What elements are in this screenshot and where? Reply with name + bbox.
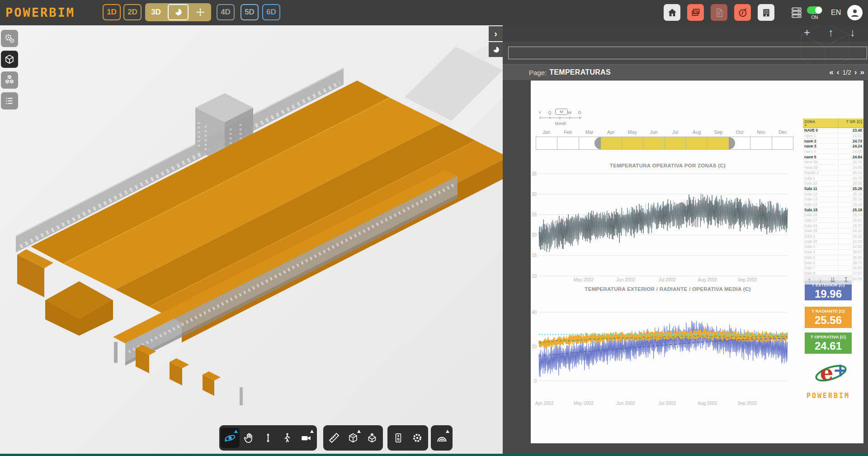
table-row[interactable]: Sala 726.58 [803, 266, 863, 271]
building-button[interactable] [758, 4, 774, 21]
month-label: Aug [686, 129, 708, 135]
table-row[interactable]: Sala 1025.05 [803, 181, 863, 186]
mode-button-5d[interactable]: 5D [241, 4, 259, 20]
section-tool[interactable] [344, 428, 363, 448]
table-row[interactable]: Sala 1625.14 [803, 213, 863, 218]
report-button[interactable] [711, 4, 727, 21]
measure-tool-group [323, 425, 383, 451]
table-row[interactable]: nave 224.73 [803, 138, 863, 144]
table-row[interactable]: nave 124.61 [803, 133, 863, 139]
table-row[interactable]: nave 6a24.74 [803, 160, 863, 165]
materials-button[interactable] [1, 71, 18, 89]
viewport-3d[interactable] [0, 25, 503, 454]
zones-table-header[interactable]: ZONA ▲ T OP. (C) [803, 119, 863, 128]
month-cell-jun[interactable] [643, 137, 665, 150]
language-selector[interactable]: EN [831, 9, 841, 17]
appearance-profiles-tool[interactable] [432, 428, 451, 448]
expand-all-icon[interactable]: ⇊ [830, 276, 835, 283]
document-icon [714, 7, 725, 18]
exterior-temperature-chart[interactable]: 40200Apr 2002May 2002Jun 2002Jul 2002Aug… [531, 281, 805, 415]
walk-tool[interactable] [278, 428, 297, 448]
month-cell-sep[interactable] [707, 137, 729, 150]
home-button[interactable] [664, 4, 680, 21]
granularity-W[interactable]: W [565, 110, 574, 115]
building-3d-model[interactable] [0, 25, 503, 454]
month-cell-apr[interactable] [600, 137, 622, 150]
pan-tool[interactable] [240, 428, 259, 448]
table-row[interactable]: Sala 1825.37 [803, 223, 863, 228]
screenshots-button[interactable] [687, 4, 704, 21]
table-row[interactable]: Sala 1725.51 [803, 218, 863, 223]
dashboard-pie-mode-button[interactable] [168, 4, 189, 20]
drill-up-icon[interactable]: ↑ [807, 276, 811, 283]
table-row[interactable]: nave 324.24 [803, 144, 863, 149]
panel-pie-button[interactable] [489, 42, 503, 57]
properties-tool[interactable] [389, 428, 408, 448]
time-status-button[interactable] [734, 4, 751, 21]
viewer-settings-button[interactable] [1, 30, 18, 47]
granularity-Q[interactable]: Q [545, 110, 554, 115]
panel-collapse-button[interactable]: › [489, 26, 503, 41]
go-to-next-level-icon[interactable]: ↧ [843, 276, 849, 283]
table-row[interactable]: Pasillo 125.04 [803, 171, 863, 176]
mode-button-3d[interactable]: 3D [145, 3, 167, 21]
table-row[interactable]: Sala 426.57 [803, 250, 863, 255]
month-cell-jul[interactable] [665, 137, 686, 150]
month-cell-aug[interactable] [686, 137, 708, 150]
zones-temperature-chart[interactable]: 353025201510May 2002Jun 2002Jul 2002Aug … [531, 159, 805, 290]
month-cell-nov[interactable] [750, 137, 772, 150]
settings-tool[interactable] [408, 428, 427, 448]
last-page-button[interactable]: » [860, 68, 864, 77]
month-label: Mar [579, 129, 600, 135]
table-row[interactable]: Sala 1325.18 [803, 197, 863, 202]
table-row[interactable]: Sala 626.73 [803, 260, 863, 266]
month-cell-dec[interactable] [772, 137, 793, 150]
explode-tool[interactable] [363, 428, 382, 448]
prev-page-button[interactable]: ‹ [837, 68, 840, 77]
table-row[interactable]: Sala 1924.22 [803, 228, 863, 234]
power-toggle[interactable] [807, 6, 822, 14]
table-row[interactable]: Sala 1225.18 [803, 191, 863, 197]
list-icon [4, 95, 15, 106]
zoom-tool[interactable] [259, 428, 278, 448]
drill-down-icon[interactable]: ↓ [819, 276, 822, 283]
table-row[interactable]: Sala 2024.33 [803, 239, 863, 244]
cube-icon [4, 54, 15, 65]
table-row[interactable]: nave 424.65 [803, 149, 863, 155]
model-view-button[interactable] [1, 51, 18, 68]
mode-button-4d[interactable]: 4D [217, 4, 235, 20]
mode-button-2d[interactable]: 2D [123, 4, 142, 20]
table-row[interactable]: Sala 1425.19 [803, 202, 863, 208]
camera-tool[interactable] [297, 428, 316, 448]
table-row[interactable]: Sala 124.75 [803, 176, 863, 181]
month-cell-may[interactable] [622, 137, 643, 150]
month-label: Apr [600, 129, 622, 135]
mode-button-6d[interactable]: 6D [262, 4, 280, 20]
avatar[interactable] [847, 5, 863, 20]
add-page-button[interactable]: + [804, 26, 810, 39]
move-mode-button[interactable] [189, 3, 211, 21]
move-up-button[interactable]: ↑ [828, 26, 834, 39]
table-row[interactable]: nave 524.84 [803, 154, 863, 160]
layers-list-button[interactable] [1, 92, 18, 109]
measure-tool[interactable] [325, 428, 344, 448]
zones-table-body: NAVE 023.40nave 124.61nave 224.73nave 32… [803, 128, 863, 281]
panel-filter-input[interactable] [508, 47, 867, 59]
table-row[interactable]: nave 6b24.85 [803, 165, 863, 171]
table-row[interactable]: NAVE 023.40 [803, 128, 863, 133]
table-row[interactable]: Sala 324.59 [803, 244, 863, 250]
month-cell-jan[interactable] [536, 137, 557, 150]
table-row[interactable]: Sala 226.32 [803, 234, 863, 239]
mode-button-1d[interactable]: 1D [103, 4, 121, 20]
move-down-button[interactable]: ↓ [850, 26, 855, 39]
orbit-tool[interactable] [221, 428, 240, 448]
month-label: Jan [536, 129, 557, 135]
month-cell-feb[interactable] [557, 137, 579, 150]
granularity-D[interactable]: D [575, 110, 584, 115]
table-row[interactable]: Sala 1525.18 [803, 207, 863, 213]
next-page-button[interactable]: › [854, 68, 857, 77]
table-row[interactable]: Sala 1125.26 [803, 186, 863, 192]
granularity-Y[interactable]: Y [535, 110, 544, 115]
first-page-button[interactable]: « [829, 68, 833, 77]
table-row[interactable]: Sala 526.65 [803, 255, 863, 261]
